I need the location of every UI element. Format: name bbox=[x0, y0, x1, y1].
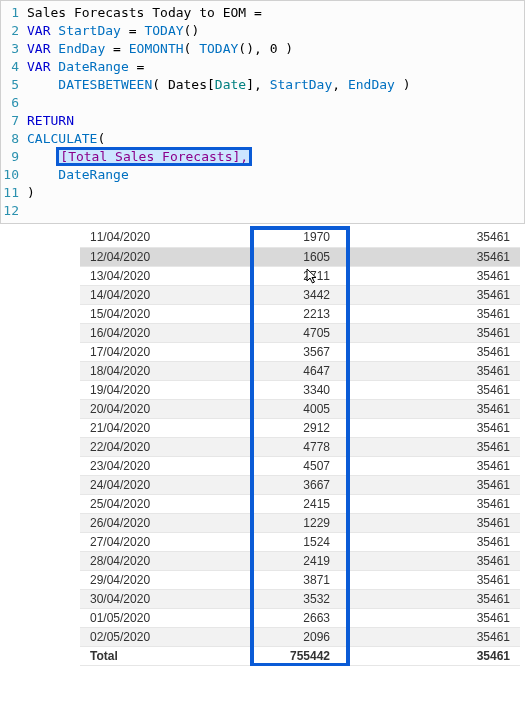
table-row[interactable]: 14/04/2020344235461 bbox=[80, 285, 520, 304]
code-content[interactable]: VAR EndDay = EOMONTH( TODAY(), 0 ) bbox=[27, 41, 524, 56]
cell-total[interactable]: 35461 bbox=[340, 475, 520, 494]
cell-total[interactable]: 35461 bbox=[340, 399, 520, 418]
table-total-row[interactable]: Total75544235461 bbox=[80, 646, 520, 665]
code-line[interactable]: 9 [Total Sales Forecasts], bbox=[1, 147, 524, 165]
code-content[interactable]: VAR StartDay = TODAY() bbox=[27, 23, 524, 38]
cell-total[interactable]: 35461 bbox=[340, 437, 520, 456]
cell-date[interactable]: 13/04/2020 bbox=[80, 266, 170, 285]
code-line[interactable]: 3VAR EndDay = EOMONTH( TODAY(), 0 ) bbox=[1, 39, 524, 57]
cell-value[interactable]: 4507 bbox=[170, 456, 340, 475]
cell-value[interactable]: 4005 bbox=[170, 399, 340, 418]
code-line[interactable]: 10 DateRange bbox=[1, 165, 524, 183]
table-row[interactable]: 12/04/2020160535461 bbox=[80, 247, 520, 266]
table-row[interactable]: 22/04/2020477835461 bbox=[80, 437, 520, 456]
code-content[interactable]: VAR DateRange = bbox=[27, 59, 524, 74]
table-row[interactable]: 24/04/2020366735461 bbox=[80, 475, 520, 494]
cell-total[interactable]: 35461 bbox=[340, 247, 520, 266]
cell-date[interactable]: 20/04/2020 bbox=[80, 399, 170, 418]
table-row[interactable]: 13/04/2020271135461 bbox=[80, 266, 520, 285]
table-row[interactable]: 27/04/2020152435461 bbox=[80, 532, 520, 551]
code-content[interactable]: CALCULATE( bbox=[27, 131, 524, 146]
cell-total[interactable]: 35461 bbox=[340, 627, 520, 646]
cell-value[interactable]: 2213 bbox=[170, 304, 340, 323]
cell-total[interactable]: 35461 bbox=[340, 494, 520, 513]
cell-total[interactable]: 35461 bbox=[340, 361, 520, 380]
cell-total[interactable]: 35461 bbox=[340, 285, 520, 304]
code-line[interactable]: 1Sales Forecasts Today to EOM = bbox=[1, 3, 524, 21]
cell-value[interactable]: 3567 bbox=[170, 342, 340, 361]
table-row[interactable]: 26/04/2020122935461 bbox=[80, 513, 520, 532]
table-row[interactable]: 25/04/2020241535461 bbox=[80, 494, 520, 513]
cell-value[interactable]: 3871 bbox=[170, 570, 340, 589]
code-line[interactable]: 11) bbox=[1, 183, 524, 201]
cell-value[interactable]: 3532 bbox=[170, 589, 340, 608]
code-content[interactable]: DATESBETWEEN( Dates[Date], StartDay, End… bbox=[27, 77, 524, 92]
cell-value[interactable]: 2663 bbox=[170, 608, 340, 627]
cell-total[interactable]: 35461 bbox=[340, 304, 520, 323]
table-row[interactable]: 20/04/2020400535461 bbox=[80, 399, 520, 418]
cell-total[interactable]: 35461 bbox=[340, 342, 520, 361]
cell-value[interactable]: 2912 bbox=[170, 418, 340, 437]
cell-value[interactable]: 4647 bbox=[170, 361, 340, 380]
code-content[interactable]: ) bbox=[27, 185, 524, 200]
cell-date[interactable]: 28/04/2020 bbox=[80, 551, 170, 570]
cell-date[interactable]: 14/04/2020 bbox=[80, 285, 170, 304]
code-line[interactable]: 8CALCULATE( bbox=[1, 129, 524, 147]
table-row[interactable]: 15/04/2020221335461 bbox=[80, 304, 520, 323]
cell-total[interactable]: 35461 bbox=[340, 418, 520, 437]
cell-value[interactable]: 3442 bbox=[170, 285, 340, 304]
table-row[interactable]: 18/04/2020464735461 bbox=[80, 361, 520, 380]
table-row[interactable]: 16/04/2020470535461 bbox=[80, 323, 520, 342]
cell-total[interactable]: 35461 bbox=[340, 589, 520, 608]
cell-total[interactable]: 35461 bbox=[340, 323, 520, 342]
cell-date[interactable]: 27/04/2020 bbox=[80, 532, 170, 551]
cell-date[interactable]: 16/04/2020 bbox=[80, 323, 170, 342]
code-line[interactable]: 5 DATESBETWEEN( Dates[Date], StartDay, E… bbox=[1, 75, 524, 93]
cell-date[interactable]: 23/04/2020 bbox=[80, 456, 170, 475]
data-table[interactable]: 11/04/202019703546112/04/202016053546113… bbox=[80, 228, 520, 666]
table-row[interactable]: 21/04/2020291235461 bbox=[80, 418, 520, 437]
cell-total[interactable]: 35461 bbox=[340, 513, 520, 532]
cell-date[interactable]: 22/04/2020 bbox=[80, 437, 170, 456]
cell-date[interactable]: 29/04/2020 bbox=[80, 570, 170, 589]
table-row[interactable]: 11/04/2020197035461 bbox=[80, 228, 520, 247]
dax-editor[interactable]: 1Sales Forecasts Today to EOM =2VAR Star… bbox=[0, 0, 525, 224]
table-row[interactable]: 17/04/2020356735461 bbox=[80, 342, 520, 361]
cell-date[interactable]: 18/04/2020 bbox=[80, 361, 170, 380]
cell-date[interactable]: 24/04/2020 bbox=[80, 475, 170, 494]
cell-date[interactable]: 17/04/2020 bbox=[80, 342, 170, 361]
cell-total[interactable]: 35461 bbox=[340, 266, 520, 285]
table-row[interactable]: 01/05/2020266335461 bbox=[80, 608, 520, 627]
table-row[interactable]: 23/04/2020450735461 bbox=[80, 456, 520, 475]
cell-total[interactable]: 35461 bbox=[340, 551, 520, 570]
cell-total[interactable]: 35461 bbox=[340, 456, 520, 475]
code-line[interactable]: 7RETURN bbox=[1, 111, 524, 129]
cell-value[interactable]: 3667 bbox=[170, 475, 340, 494]
table-row[interactable]: 02/05/2020209635461 bbox=[80, 627, 520, 646]
cell-value[interactable]: 1524 bbox=[170, 532, 340, 551]
cell-total[interactable]: 35461 bbox=[340, 380, 520, 399]
cell-total[interactable]: 35461 bbox=[340, 570, 520, 589]
cell-date[interactable]: 25/04/2020 bbox=[80, 494, 170, 513]
table-row[interactable]: 30/04/2020353235461 bbox=[80, 589, 520, 608]
table-row[interactable]: 28/04/2020241935461 bbox=[80, 551, 520, 570]
cell-date[interactable]: 02/05/2020 bbox=[80, 627, 170, 646]
table-row[interactable]: 29/04/2020387135461 bbox=[80, 570, 520, 589]
table-row[interactable]: 19/04/2020334035461 bbox=[80, 380, 520, 399]
code-line[interactable]: 6 bbox=[1, 93, 524, 111]
cell-total[interactable]: 35461 bbox=[340, 228, 520, 247]
code-content[interactable]: Sales Forecasts Today to EOM = bbox=[27, 5, 524, 20]
code-line[interactable]: 2VAR StartDay = TODAY() bbox=[1, 21, 524, 39]
cell-value[interactable]: 1229 bbox=[170, 513, 340, 532]
code-content[interactable]: RETURN bbox=[27, 113, 524, 128]
code-line[interactable]: 4VAR DateRange = bbox=[1, 57, 524, 75]
cell-date[interactable]: 11/04/2020 bbox=[80, 228, 170, 247]
cell-date[interactable]: 19/04/2020 bbox=[80, 380, 170, 399]
cell-value[interactable]: 4778 bbox=[170, 437, 340, 456]
code-content[interactable]: DateRange bbox=[27, 167, 524, 182]
cell-date[interactable]: 21/04/2020 bbox=[80, 418, 170, 437]
cell-value[interactable]: 4705 bbox=[170, 323, 340, 342]
cell-value[interactable]: 2415 bbox=[170, 494, 340, 513]
cell-value[interactable]: 1970 bbox=[170, 228, 340, 247]
code-content[interactable]: [Total Sales Forecasts], bbox=[27, 149, 524, 164]
